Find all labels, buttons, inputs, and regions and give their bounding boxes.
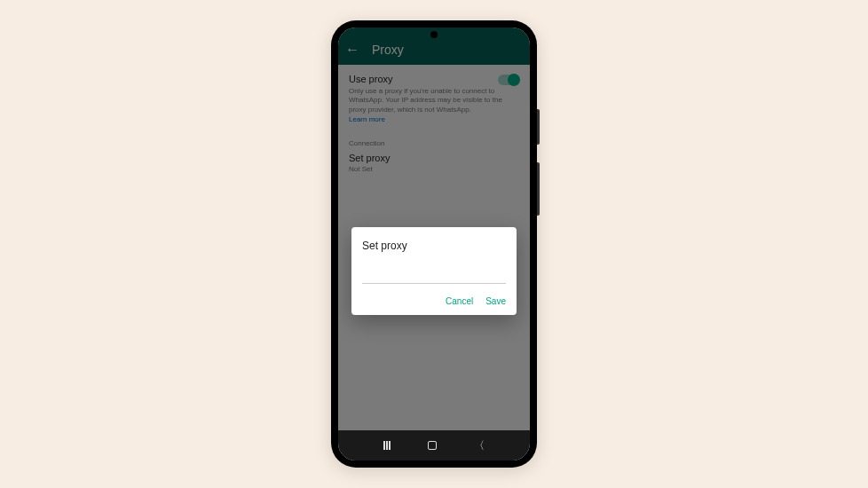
proxy-address-input[interactable]: [362, 272, 506, 284]
phone-power-button: [537, 162, 540, 216]
android-navbar: 〈: [338, 430, 530, 460]
nav-back-icon[interactable]: 〈: [474, 438, 485, 453]
dialog-title: Set proxy: [362, 240, 506, 252]
phone-frame: ← Proxy Use proxy Only use a proxy if yo…: [331, 20, 537, 468]
set-proxy-dialog: Set proxy Cancel Save: [351, 227, 517, 315]
phone-volume-button: [537, 109, 540, 145]
nav-home-icon[interactable]: [428, 441, 437, 450]
cancel-button[interactable]: Cancel: [446, 296, 473, 306]
save-button[interactable]: Save: [485, 296, 506, 306]
phone-screen: ← Proxy Use proxy Only use a proxy if yo…: [338, 28, 530, 460]
camera-notch: [430, 31, 438, 38]
app-content: ← Proxy Use proxy Only use a proxy if yo…: [338, 28, 530, 460]
nav-recent-icon[interactable]: [383, 441, 391, 450]
dialog-buttons: Cancel Save: [362, 296, 506, 306]
